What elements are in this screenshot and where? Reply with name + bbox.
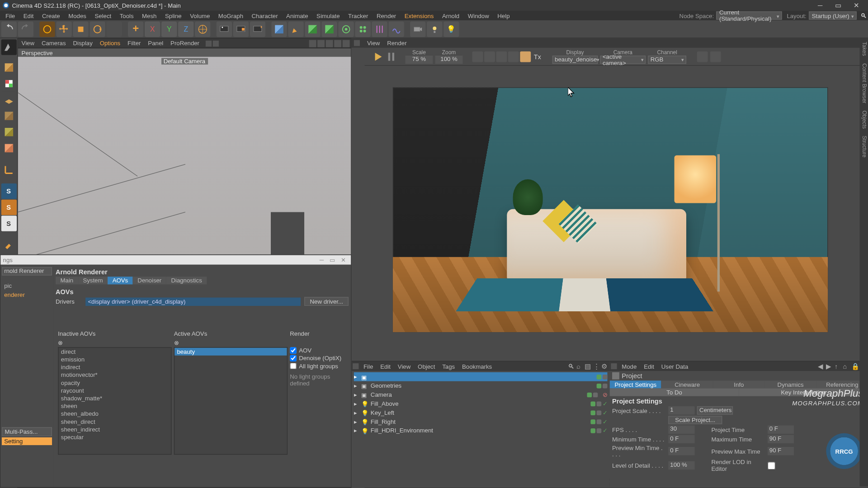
vm2-icon[interactable] bbox=[484, 51, 495, 62]
menu-render[interactable]: Render bbox=[373, 12, 401, 19]
scale-value[interactable]: 75 % bbox=[406, 55, 433, 64]
menu-create[interactable]: Create bbox=[38, 12, 64, 19]
sm-menu-file[interactable]: File bbox=[360, 362, 377, 370]
rs-tab-system[interactable]: System bbox=[78, 277, 108, 284]
render-check[interactable]: Denoise (OptiX) bbox=[290, 354, 346, 362]
scene-row[interactable]: ▸💡Fill_Above✓ bbox=[354, 399, 608, 408]
attr-subtab-to-do[interactable]: To Do bbox=[610, 388, 739, 396]
minimize-button[interactable]: ─ bbox=[816, 1, 825, 10]
x-axis-button[interactable]: X bbox=[145, 21, 160, 37]
menu-select[interactable]: Select bbox=[90, 12, 115, 19]
volume-button[interactable] bbox=[388, 21, 404, 37]
rs-side-enderer[interactable]: enderer bbox=[2, 291, 52, 300]
layout-search-icon[interactable]: 🔍︎ bbox=[857, 12, 867, 19]
vtab-objects[interactable]: Objects bbox=[859, 107, 868, 132]
menu-tools[interactable]: Tools bbox=[115, 12, 137, 19]
cube-primitive-button[interactable] bbox=[271, 21, 287, 37]
inactive-aov[interactable]: motionvector* bbox=[59, 371, 171, 379]
rs-tab-diagnostics[interactable]: Diagnostics bbox=[166, 277, 207, 284]
attr-menu-edit[interactable]: Edit bbox=[640, 362, 658, 370]
vl-tab-cameras[interactable]: Cameras bbox=[38, 39, 70, 47]
camera-button[interactable] bbox=[410, 21, 425, 37]
inactive-aov[interactable]: specular bbox=[59, 433, 171, 441]
sm-menu-object[interactable]: Object bbox=[414, 362, 439, 370]
rs-tab-aovs[interactable]: AOVs bbox=[108, 277, 133, 284]
menu-file[interactable]: File bbox=[1, 12, 19, 19]
tx-icon[interactable]: Tx bbox=[532, 51, 543, 62]
nodespace-dropdown[interactable]: Current (Standard/Physical) bbox=[716, 11, 782, 20]
vtab-content-browser[interactable]: Content Browser bbox=[859, 60, 868, 107]
rs-tab-denoiser[interactable]: Denoiser bbox=[133, 277, 166, 284]
menu-animate[interactable]: Animate bbox=[282, 12, 312, 19]
rs-minimize-button[interactable]: ─ bbox=[316, 257, 327, 263]
driver-value[interactable]: <display driver> (driver_c4d_display) bbox=[85, 297, 301, 306]
inactive-aov[interactable]: sheen_albedo bbox=[59, 410, 171, 418]
sm-menu-view[interactable]: View bbox=[394, 362, 414, 370]
scene-row[interactable]: ▸▣Geometries bbox=[354, 381, 608, 390]
attr-tab-info[interactable]: Info bbox=[713, 380, 764, 388]
vl-tab-prorender[interactable]: ProRender bbox=[167, 39, 203, 47]
scene-row[interactable]: ▸💡Fill_HDRI_Environment✓ bbox=[354, 426, 608, 435]
menu-volume[interactable]: Volume bbox=[186, 12, 214, 19]
redo-button[interactable] bbox=[18, 21, 33, 37]
render-view-button[interactable] bbox=[217, 21, 232, 37]
render-settings-button[interactable] bbox=[250, 21, 265, 37]
rv-tab-render[interactable]: Render bbox=[383, 39, 410, 47]
add-button[interactable]: + bbox=[128, 21, 143, 37]
scene-row[interactable]: ▸▣Camera⊘ bbox=[354, 390, 608, 399]
poly-mode-icon[interactable] bbox=[1, 141, 16, 156]
rs-close-button[interactable]: ✕ bbox=[338, 257, 349, 263]
workplane-icon[interactable] bbox=[1, 92, 16, 108]
extrude-button[interactable] bbox=[321, 21, 337, 37]
menu-window[interactable]: Window bbox=[463, 12, 493, 19]
rs-side-pic[interactable]: pic bbox=[2, 282, 52, 291]
ipr-play-button[interactable] bbox=[373, 51, 384, 62]
new-driver-button[interactable]: New driver... bbox=[305, 297, 349, 306]
rv-tab-view[interactable]: View bbox=[363, 39, 383, 47]
menu-edit[interactable]: Edit bbox=[19, 12, 38, 19]
idea-icon[interactable]: 💡 bbox=[443, 21, 459, 37]
inactive-aov[interactable]: sheen_indirect bbox=[59, 425, 171, 433]
menu-character[interactable]: Character bbox=[247, 12, 282, 19]
undo-button[interactable] bbox=[1, 21, 17, 37]
attr-menu-mode[interactable]: Mode bbox=[618, 362, 640, 370]
render-check[interactable]: AOV bbox=[290, 347, 346, 354]
deformer-button[interactable] bbox=[338, 21, 354, 37]
inactive-aov[interactable]: indirect bbox=[59, 363, 171, 371]
ipr-pause-button[interactable] bbox=[386, 51, 397, 62]
menu-modes[interactable]: Modes bbox=[64, 12, 90, 19]
inactive-aov[interactable]: emission bbox=[59, 356, 171, 363]
camera-label[interactable]: Default Camera bbox=[161, 58, 208, 65]
active-aov[interactable]: beauty bbox=[175, 348, 287, 356]
maximize-button[interactable]: ▭ bbox=[833, 1, 843, 10]
point-mode-icon[interactable] bbox=[1, 108, 16, 123]
render-check[interactable]: All light groups bbox=[290, 362, 346, 370]
rs-tab-main[interactable]: Main bbox=[56, 277, 78, 284]
world-axis-button[interactable] bbox=[195, 21, 210, 37]
rotate-button[interactable] bbox=[90, 21, 105, 37]
inactive-aov[interactable]: opacity bbox=[59, 379, 171, 386]
inactive-aov[interactable]: raycount bbox=[59, 387, 171, 394]
scene-row[interactable]: ▸▣ bbox=[354, 372, 608, 381]
sm-menu-tags[interactable]: Tags bbox=[439, 362, 458, 370]
texture-mode-icon[interactable] bbox=[1, 76, 16, 91]
axis-icon[interactable] bbox=[1, 162, 16, 177]
vtab-structure[interactable]: Structure bbox=[859, 132, 868, 161]
locked-tool-button[interactable] bbox=[106, 21, 122, 37]
snapshot-icon[interactable] bbox=[710, 51, 721, 62]
misc-tool-icon[interactable] bbox=[1, 236, 16, 251]
snap-toggle-icon[interactable]: S bbox=[1, 183, 16, 199]
render-region-button[interactable] bbox=[233, 21, 249, 37]
vl-tab-panel[interactable]: Panel bbox=[144, 39, 167, 47]
object-mode-icon[interactable] bbox=[1, 60, 16, 75]
close-button[interactable]: ✕ bbox=[851, 1, 861, 10]
move-button[interactable] bbox=[56, 21, 71, 37]
attr-menu-user data[interactable]: User Data bbox=[658, 362, 692, 370]
vtab-takes[interactable]: Takes bbox=[859, 38, 868, 60]
menu-extensions[interactable]: Extensions bbox=[401, 12, 438, 19]
zoom-value[interactable]: 100 % bbox=[435, 55, 463, 64]
vl-tab-display[interactable]: Display bbox=[69, 39, 96, 47]
menu-spline[interactable]: Spline bbox=[161, 12, 186, 19]
menu-mesh[interactable]: Mesh bbox=[138, 12, 161, 19]
vm1-icon[interactable] bbox=[472, 51, 483, 62]
